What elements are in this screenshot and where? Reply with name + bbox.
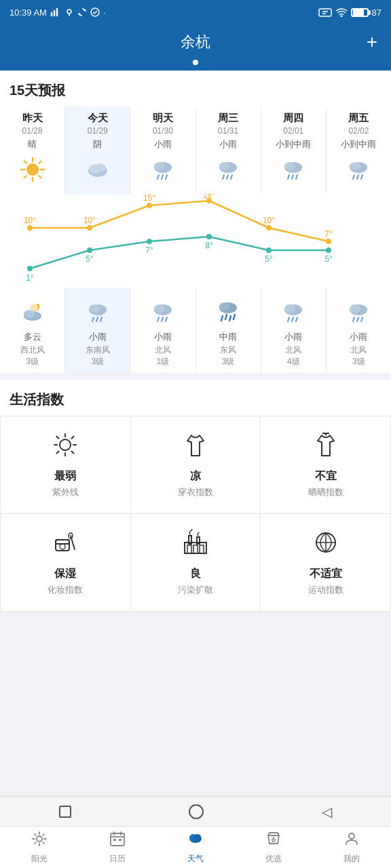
life-item-clothing[interactable]: 凉 穿衣指数 [131, 416, 261, 514]
forecast-col-5: 周五 02/02 小到中雨 [327, 106, 391, 194]
android-home-btn[interactable] [189, 804, 204, 819]
forecast-bottom-3: 中雨 东风 3级 [196, 288, 261, 373]
clothing-icon [182, 431, 209, 464]
screen-icon [318, 7, 332, 17]
calendar-nav-label: 日历 [109, 853, 126, 865]
sport-icon [312, 529, 339, 561]
sunning-value: 不宜 [315, 469, 337, 484]
bottom-icon-5 [343, 297, 373, 327]
condition-5: 小雨 [350, 331, 367, 343]
day-4: 周四 [283, 112, 303, 125]
wind-level-3: 3级 [222, 356, 235, 368]
forecast-bottom-2: 小雨 北风 1级 [130, 288, 196, 373]
forecast-col-4: 周四 02/01 小到中雨 [261, 106, 327, 194]
forecast-bottom-5: 小雨 北风 3级 [327, 288, 391, 373]
weather-text-3: 小雨 [219, 138, 237, 151]
life-item-pollution[interactable]: 良 污染扩散 [131, 514, 261, 612]
svg-point-57 [87, 248, 92, 253]
nav-weather[interactable]: 天气 [156, 831, 234, 865]
svg-point-97 [60, 439, 71, 450]
sunning-label: 晒晒指数 [308, 486, 343, 498]
svg-text:10°: 10° [83, 216, 96, 225]
bottom-icon-1 [83, 297, 113, 327]
bottom-icon-2 [148, 297, 178, 327]
forecast-bottom-0: 多云 西北风 3级 [0, 288, 65, 373]
svg-line-43 [361, 175, 362, 179]
nav-shop[interactable]: 优选 [235, 831, 313, 865]
condition-1: 小雨 [89, 331, 107, 343]
wind-level-2: 1级 [157, 356, 170, 368]
forecast-bottom-1: 小雨 东南风 3级 [65, 288, 130, 373]
location-icon [64, 7, 74, 17]
svg-line-103 [72, 452, 74, 454]
add-button[interactable]: + [367, 31, 377, 53]
wifi-icon [335, 7, 348, 17]
condition-2: 小雨 [154, 331, 172, 343]
svg-point-25 [154, 162, 165, 170]
svg-line-127 [34, 833, 35, 835]
life-item-sunning[interactable]: 不宜 晒晒指数 [261, 416, 391, 514]
svg-point-58 [147, 239, 152, 244]
svg-point-23 [95, 163, 106, 172]
weather-icon-3 [213, 155, 243, 184]
wind-level-1: 3级 [91, 356, 104, 368]
android-back-btn[interactable]: ◁ [322, 804, 332, 820]
svg-point-46 [147, 203, 152, 208]
signal-icon [50, 7, 61, 17]
forecast-col-0: 昨天 01/28 晴 [0, 106, 65, 194]
android-square-btn[interactable] [59, 806, 71, 818]
wind-level-5: 3级 [352, 356, 365, 368]
wind-2: 北风 [155, 344, 171, 356]
svg-line-19 [24, 176, 26, 178]
date-5: 02/02 [348, 126, 369, 136]
pollution-label: 污染扩散 [178, 584, 213, 596]
svg-point-142 [349, 833, 354, 839]
svg-point-3 [67, 9, 71, 14]
temp-chart-svg: 10° 10° 15° 16° 10° 7° 1° 5° 7° 8° 5° 5° [0, 194, 391, 282]
forecast-bottom-scroll[interactable]: 多云 西北风 3级 小雨 东南风 3级 [0, 288, 391, 373]
svg-line-130 [43, 833, 44, 835]
forecast-bottom-4: 小雨 北风 4级 [261, 288, 327, 373]
svg-point-70 [24, 310, 35, 318]
sunning-icon [312, 431, 339, 464]
svg-line-26 [157, 175, 159, 179]
svg-line-31 [223, 175, 224, 179]
wind-0: 西北风 [20, 344, 45, 356]
sport-value: 不适宜 [310, 567, 342, 581]
svg-text:15°: 15° [143, 194, 155, 203]
svg-point-40 [350, 162, 360, 170]
svg-point-122 [37, 836, 42, 842]
battery-level: 87 [372, 7, 381, 18]
condition-0: 多云 [24, 331, 41, 343]
forecast-title: 15天预报 [0, 71, 391, 106]
nav-calendar[interactable]: 日历 [78, 831, 156, 865]
time: 10:39 AM [10, 7, 47, 18]
status-right: 87 [318, 7, 381, 18]
svg-point-110 [60, 544, 65, 549]
bottom-icon-0 [18, 297, 48, 327]
svg-line-75 [100, 317, 102, 321]
nav-mine[interactable]: 我的 [313, 831, 391, 865]
svg-point-30 [219, 162, 230, 170]
sync-icon [77, 7, 87, 17]
date-3: 01/31 [218, 126, 238, 136]
condition-4: 小雨 [284, 331, 302, 343]
status-left: 10:39 AM · [10, 7, 106, 18]
weather-icon-5 [343, 155, 373, 184]
life-item-uv[interactable]: 最弱 紫外线 [1, 416, 131, 514]
forecast-scroll[interactable]: 昨天 01/28 晴 [0, 106, 391, 194]
svg-rect-136 [119, 839, 122, 841]
svg-rect-131 [111, 833, 124, 846]
pollution-icon [182, 529, 209, 561]
forecast-col-3: 周三 01/31 小雨 [196, 106, 261, 194]
makeup-value: 保湿 [54, 567, 76, 581]
makeup-icon [52, 529, 79, 561]
pollution-value: 良 [190, 567, 201, 581]
life-item-sport[interactable]: 不适宜 运动指数 [261, 514, 391, 612]
life-item-makeup[interactable]: 保湿 化妆指数 [1, 514, 131, 612]
nav-sunshine[interactable]: 阳光 [0, 831, 78, 865]
uv-label: 紫外线 [52, 486, 79, 498]
svg-line-33 [231, 175, 232, 179]
svg-line-38 [296, 175, 297, 179]
wind-3: 东风 [220, 344, 236, 356]
